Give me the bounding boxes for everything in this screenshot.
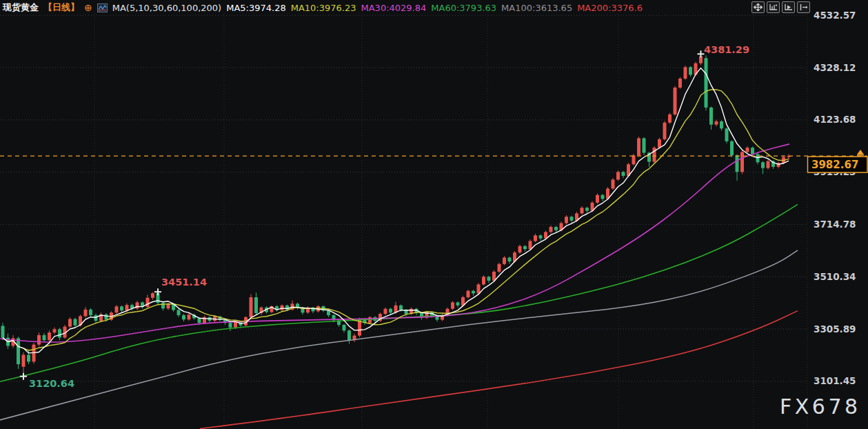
indicator-zigzag-icon xyxy=(97,3,108,12)
svg-text:3451.14: 3451.14 xyxy=(161,277,207,288)
annotation-3451-14: 3451.14 xyxy=(154,277,207,295)
chart-header: 现货黄金 【日线】 ⊕ MA(5,10,30,60,100,200) MA5:3… xyxy=(3,1,643,14)
ma200-value: MA200:3376.6 xyxy=(577,3,643,13)
axis-scale-button[interactable] xyxy=(767,1,780,13)
ma100-value: MA100:3613.65 xyxy=(501,3,572,13)
axis-scale-icon xyxy=(769,3,778,11)
exit-icon xyxy=(799,3,808,11)
ma60-value: MA60:3793.63 xyxy=(431,3,496,13)
svg-text:3101.45: 3101.45 xyxy=(814,375,856,386)
svg-text:3305.89: 3305.89 xyxy=(814,323,856,335)
ma-lines xyxy=(0,68,798,429)
ma-line-ma60 xyxy=(0,204,798,381)
kline-chart-app: 4532.574328.124123.683919.233714.783510.… xyxy=(0,0,868,429)
ma-line-ma200 xyxy=(200,311,798,429)
period-label: 【日线】 xyxy=(43,1,79,14)
pan-icon xyxy=(754,3,763,11)
svg-text:3120.64: 3120.64 xyxy=(29,378,74,389)
annotation-4381-29: 4381.29 xyxy=(698,44,750,57)
price-tag: 3982.67 xyxy=(808,157,868,172)
candlesticks xyxy=(1,54,791,376)
ma10-value: MA10:3976.23 xyxy=(291,3,356,13)
exit-button[interactable] xyxy=(797,1,810,13)
add-indicator-button[interactable]: ⊕ xyxy=(84,3,92,12)
playback-icon xyxy=(784,3,793,11)
ma30-value: MA30:4029.84 xyxy=(361,3,427,13)
svg-text:4381.29: 4381.29 xyxy=(704,44,749,55)
svg-text:4328.12: 4328.12 xyxy=(814,62,856,73)
pan-tool-button[interactable] xyxy=(751,1,765,13)
symbol-name: 现货黄金 xyxy=(3,1,39,14)
ma5-value: MA5:3974.28 xyxy=(226,3,286,13)
y-axis-labels: 4532.574328.124123.683919.233714.783510.… xyxy=(814,10,856,387)
svg-text:3510.34: 3510.34 xyxy=(814,271,856,282)
chart-canvas[interactable]: 4532.574328.124123.683919.233714.783510.… xyxy=(0,0,868,429)
svg-text:4532.57: 4532.57 xyxy=(814,10,856,21)
svg-text:4123.68: 4123.68 xyxy=(814,114,856,125)
price-alert-arrow-icon xyxy=(857,150,864,154)
svg-text:3714.78: 3714.78 xyxy=(814,219,856,230)
watermark: FX678 xyxy=(780,395,861,419)
svg-text:FX678: FX678 xyxy=(780,395,861,419)
chart-toolbar xyxy=(751,1,810,13)
playback-button[interactable] xyxy=(782,1,795,13)
ma-config-label[interactable]: MA(5,10,30,60,100,200) xyxy=(112,3,221,13)
current-price-label: 3982.67 xyxy=(811,159,858,171)
